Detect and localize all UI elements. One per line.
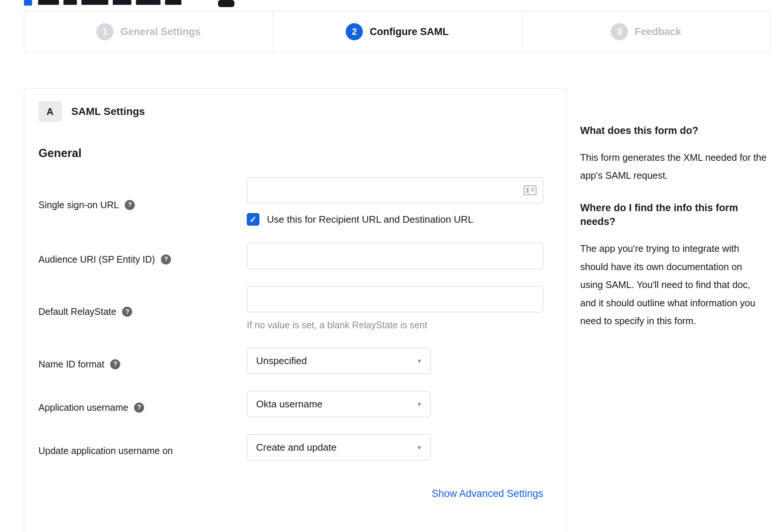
sso-url-label-group: Single sign-on URL ? — [38, 177, 247, 226]
application-username-value: Okta username — [256, 398, 323, 410]
contact-card-icon — [524, 185, 536, 195]
help-icon[interactable]: ? — [125, 200, 135, 210]
help-icon[interactable]: ? — [122, 307, 132, 317]
step-configure-saml[interactable]: 2 Configure SAML — [273, 12, 521, 52]
chevron-down-icon: ▾ — [417, 443, 421, 452]
step-number-badge: 3 — [611, 23, 628, 40]
name-id-format-value: Unspecified — [256, 355, 307, 367]
saml-settings-panel: A SAML Settings General Single sign-on U… — [24, 88, 567, 532]
application-username-select[interactable]: Okta username ▾ — [247, 391, 430, 417]
name-id-format-row: Name ID format ? Unspecified ▾ — [38, 348, 552, 374]
help-icon[interactable]: ? — [161, 254, 171, 265]
relaystate-row: Default RelayState ? If no value is set,… — [38, 286, 552, 331]
step-feedback[interactable]: 3 Feedback — [522, 12, 770, 52]
update-username-label-group: Update application username on — [38, 434, 247, 460]
audience-uri-label-group: Audience URI (SP Entity ID) ? — [38, 243, 247, 269]
panel-header: A SAML Settings — [38, 101, 552, 122]
update-username-label: Update application username on — [38, 445, 173, 456]
name-id-format-label: Name ID format — [38, 359, 104, 370]
recipient-url-checkbox-row: ✓ Use this for Recipient URL and Destina… — [247, 213, 543, 226]
sso-url-field-group: ✓ Use this for Recipient URL and Destina… — [247, 177, 543, 226]
recipient-url-checkbox-label: Use this for Recipient URL and Destinati… — [267, 214, 473, 225]
relaystate-hint: If no value is set, a blank RelayState i… — [247, 320, 543, 331]
help-sidebar: What does this form do? This form genera… — [580, 88, 767, 346]
audience-uri-row: Audience URI (SP Entity ID) ? — [38, 243, 552, 269]
application-username-row: Application username ? Okta username ▾ — [38, 391, 552, 417]
sidebar-answer-1: This form generates the XML needed for t… — [580, 148, 767, 185]
recipient-url-checkbox[interactable]: ✓ — [247, 213, 259, 226]
chevron-down-icon: ▾ — [417, 400, 421, 409]
step-label: General Settings — [120, 26, 200, 38]
sso-url-label: Single sign-on URL — [38, 200, 119, 210]
relaystate-field-group: If no value is set, a blank RelayState i… — [247, 286, 543, 331]
clipped-header-fragment — [0, 0, 781, 8]
clipped-blue-fragment — [24, 0, 32, 6]
help-icon[interactable]: ? — [134, 403, 144, 413]
help-icon[interactable]: ? — [110, 359, 120, 369]
update-username-row: Update application username on Create an… — [38, 434, 552, 460]
advanced-settings-row: Show Advanced Settings — [38, 488, 543, 500]
audience-uri-field-group — [247, 243, 543, 269]
update-username-field-group: Create and update ▾ — [247, 434, 430, 460]
name-id-format-field-group: Unspecified ▾ — [247, 348, 430, 374]
main-content: A SAML Settings General Single sign-on U… — [24, 88, 781, 532]
sso-url-row: Single sign-on URL ? ✓ Use this f — [38, 177, 552, 226]
sso-url-input-wrap — [247, 177, 543, 203]
sidebar-answer-2: The app you're trying to integrate with … — [580, 240, 767, 330]
step-general-settings[interactable]: 1 General Settings — [24, 12, 273, 52]
sso-url-input[interactable] — [247, 177, 543, 203]
update-username-select[interactable]: Create and update ▾ — [247, 434, 430, 460]
section-a-badge: A — [38, 101, 62, 122]
step-number-badge: 1 — [96, 23, 113, 40]
show-advanced-settings-link[interactable]: Show Advanced Settings — [432, 488, 543, 499]
panel-title: SAML Settings — [71, 106, 145, 118]
clipped-app-logo-fragment — [218, 0, 234, 7]
sidebar-question-1: What does this form do? — [580, 124, 767, 138]
audience-uri-input[interactable] — [247, 243, 543, 269]
application-username-label-group: Application username ? — [38, 391, 247, 417]
name-id-format-select[interactable]: Unspecified ▾ — [247, 348, 430, 374]
update-username-value: Create and update — [256, 442, 336, 453]
general-section-title: General — [38, 147, 552, 160]
step-label: Configure SAML — [370, 26, 448, 38]
step-number-badge: 2 — [346, 23, 363, 40]
name-id-format-label-group: Name ID format ? — [38, 348, 247, 374]
relaystate-label-group: Default RelayState ? — [38, 286, 247, 331]
application-username-field-group: Okta username ▾ — [247, 391, 430, 417]
relaystate-input[interactable] — [247, 286, 543, 312]
application-username-label: Application username — [38, 402, 128, 413]
audience-uri-label: Audience URI (SP Entity ID) — [38, 254, 155, 265]
relaystate-label: Default RelayState — [38, 306, 116, 317]
wizard-stepper: 1 General Settings 2 Configure SAML 3 Fe… — [24, 11, 771, 52]
chevron-down-icon: ▾ — [417, 357, 421, 365]
sidebar-question-2: Where do I find the info this form needs… — [580, 201, 767, 229]
step-label: Feedback — [635, 26, 681, 38]
